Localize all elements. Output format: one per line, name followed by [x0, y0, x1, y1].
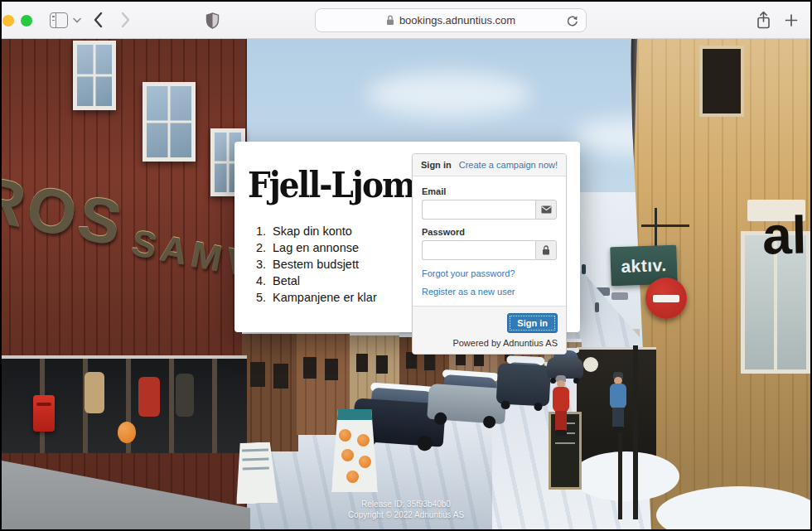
pedestrian-red-jacket [552, 375, 570, 438]
sign-bracket [641, 224, 689, 227]
forward-icon[interactable] [121, 12, 131, 28]
window [143, 82, 196, 162]
powered-by-text: Powered by Adnuntius AS [421, 338, 558, 348]
onboarding-step: Bestem budsjett [269, 256, 412, 273]
cloud [366, 72, 532, 117]
register-link[interactable]: Register as a new user [422, 287, 557, 297]
create-campaign-link[interactable]: Create a campaign now! [459, 160, 558, 170]
aktiv-sign-text: aktıv. [621, 255, 667, 277]
page-footer-text: Release ID: 35f93b40b0 Copyright © 2022 … [2, 499, 810, 520]
snowbank [572, 451, 679, 501]
password-field[interactable] [422, 240, 535, 260]
distant-pedestrian [582, 264, 586, 274]
browser-window: bookings.adnuntius.com [0, 0, 812, 531]
window [73, 41, 116, 110]
onboarding-step: Kampanjene er klar [269, 289, 412, 306]
webpage-background-photo: ROS SAMVIRKEL al aktıv. [2, 39, 810, 529]
minimize-button[interactable] [2, 15, 14, 27]
signin-panel: Sign in Create a campaign now! Email Pas… [412, 153, 567, 355]
share-icon[interactable] [756, 11, 771, 30]
sidebar-toggle-icon[interactable] [50, 12, 68, 28]
signin-panel-header: Sign in Create a campaign now! [413, 154, 566, 176]
street-facade [242, 331, 298, 451]
envelope-icon [535, 200, 557, 220]
distant-pedestrian [595, 302, 599, 312]
parked-van [495, 354, 551, 411]
privacy-shield-icon[interactable] [205, 12, 220, 29]
publisher-logo: Fjell-Ljom [248, 163, 412, 206]
display-garment [138, 377, 160, 417]
reload-icon[interactable] [566, 14, 578, 27]
site-lock-icon [386, 15, 394, 26]
release-id: Release ID: 35f93b40b0 [2, 499, 810, 509]
red-postbox [33, 395, 55, 432]
sign-bracket [655, 208, 657, 246]
forgot-password-link[interactable]: Forgot your password? [422, 268, 557, 278]
partial-sign-letters: al [761, 205, 807, 267]
address-bar[interactable]: bookings.adnuntius.com [315, 8, 587, 32]
signin-panel-body: Email Password Forgot your p [413, 176, 566, 306]
url-text: bookings.adnuntius.com [399, 14, 515, 27]
email-field[interactable] [422, 200, 535, 220]
orange-balloon [118, 422, 136, 443]
back-icon[interactable] [93, 12, 103, 28]
login-card: Fjell-Ljom Skap din kontoLag en annonseB… [234, 142, 580, 332]
padlock-icon [535, 240, 557, 260]
onboarding-step: Betal [269, 273, 412, 289]
chevron-down-icon[interactable] [73, 17, 81, 23]
email-label: Email [422, 186, 557, 196]
no-entry-sign [645, 278, 687, 319]
password-label: Password [422, 227, 557, 237]
window [699, 46, 744, 117]
display-garment [176, 374, 194, 417]
pedestrian-blue-jacket [609, 372, 627, 437]
browser-toolbar: bookings.adnuntius.com [2, 2, 810, 39]
signin-title: Sign in [421, 160, 452, 170]
hanging-sign [583, 357, 598, 372]
street-pole [633, 345, 638, 519]
zoom-button[interactable] [21, 15, 32, 27]
sign-in-button[interactable]: Sign in [507, 313, 558, 333]
left-red-building: ROS SAMVIRKEL [2, 39, 247, 529]
copyright: Copyright © 2022 Adnuntius AS [2, 509, 810, 520]
signin-panel-footer: Sign in Powered by Adnuntius AS [413, 306, 566, 354]
sandwich-board-orange-dots [331, 409, 378, 492]
brand-block: Fjell-Ljom Skap din kontoLag en annonseB… [248, 163, 412, 306]
display-garment [85, 372, 104, 413]
onboarding-step: Lag en annonse [269, 239, 412, 256]
onboarding-steps: Skap din kontoLag en annonseBestem budsj… [253, 223, 412, 306]
distant-car [611, 292, 628, 300]
onboarding-step: Skap din konto [269, 223, 412, 239]
new-tab-icon[interactable] [784, 11, 799, 30]
